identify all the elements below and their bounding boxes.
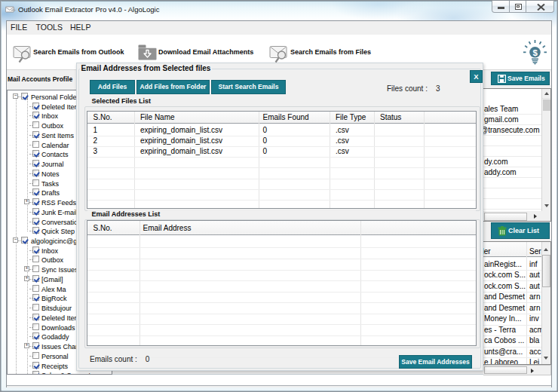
svg-text:$: $ <box>532 48 538 57</box>
